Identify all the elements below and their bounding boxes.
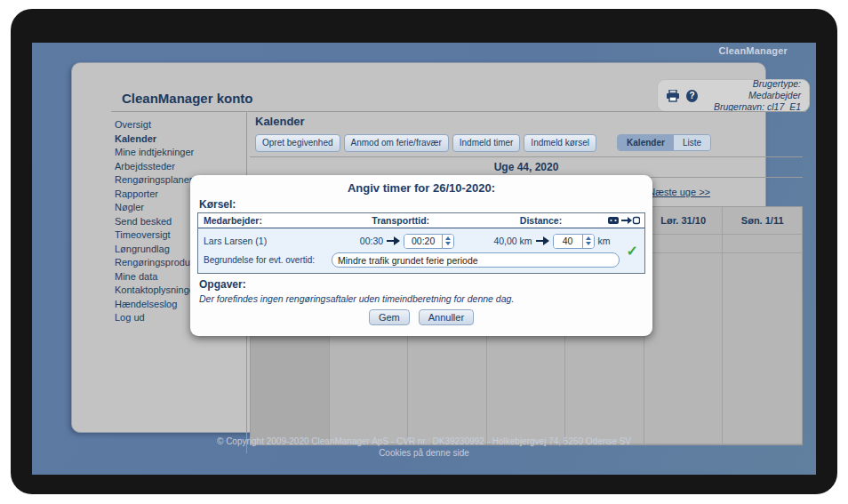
distance-actual-stepper[interactable] bbox=[553, 234, 595, 249]
driving-table-row: Lars Larsen (1) 00:30 bbox=[198, 228, 644, 273]
sidebar-item-mine-indtjekninger[interactable]: Mine indtjekninger bbox=[115, 146, 244, 160]
calendar-toolbar: Opret begivenhed Anmod om ferie/fravær I… bbox=[255, 134, 596, 152]
stepper-arrows-icon[interactable] bbox=[442, 235, 453, 248]
row-valid-check-icon: ✓ bbox=[627, 243, 638, 260]
transport-group: 00:30 bbox=[332, 234, 483, 249]
col-header-distance: Distance: bbox=[474, 215, 608, 226]
dialog-buttons: Gem Annuller bbox=[190, 309, 652, 325]
driving-table-header: Medarbejder: Transporttid: Distance: bbox=[198, 213, 644, 228]
sidebar-item-oversigt[interactable]: Oversigt bbox=[115, 118, 244, 132]
planned-to-actual-icon bbox=[608, 216, 644, 225]
dialog-title: Angiv timer for 26/10-2020: bbox=[190, 181, 652, 195]
header-divider bbox=[111, 111, 806, 112]
overtime-reason-line: Begrundelse for evt. overtid: bbox=[198, 251, 644, 269]
distance-actual-input[interactable] bbox=[554, 235, 582, 248]
no-tasks-note: Der forefindes ingen rengøringsaftaler u… bbox=[199, 293, 514, 304]
browser-viewport: CleanManager CleanManager konto ? Bruger… bbox=[32, 43, 816, 475]
opgaver-section-label: Opgaver: bbox=[199, 278, 246, 291]
user-info: Brugertype: Medarbejder Brugernavn: cl17… bbox=[704, 78, 801, 113]
driving-values-line: Lars Larsen (1) 00:30 bbox=[198, 231, 644, 251]
help-icon[interactable]: ? bbox=[686, 90, 698, 102]
calendar-day-header: Lør. 31/10 bbox=[644, 207, 724, 235]
screenshot-canvas: CleanManager CleanManager konto ? Bruger… bbox=[0, 0, 848, 504]
footer-copyright: © Copyright 2009-2020 CleanManager ApS -… bbox=[32, 436, 816, 446]
user-info-box: ? Brugertype: Medarbejder Brugernavn: cl… bbox=[657, 79, 810, 112]
transport-actual-input[interactable] bbox=[404, 235, 442, 248]
calendar-allday-cell bbox=[723, 235, 802, 253]
arrow-right-icon bbox=[387, 236, 400, 245]
transport-planned-value: 00:30 bbox=[360, 236, 383, 246]
col-header-medarbejder: Medarbejder: bbox=[198, 215, 327, 226]
stepper-arrows-icon[interactable] bbox=[582, 235, 594, 248]
view-toggle-liste[interactable]: Liste bbox=[674, 135, 710, 150]
transport-actual-stepper[interactable] bbox=[404, 234, 454, 249]
calendar-day-header: Søn. 1/11 bbox=[723, 207, 802, 235]
content-title: Kalender bbox=[255, 115, 305, 128]
view-toggle-kalender[interactable]: Kalender bbox=[618, 135, 674, 150]
print-icon[interactable] bbox=[666, 90, 680, 102]
cancel-button[interactable]: Annuller bbox=[419, 309, 474, 325]
cookies-link[interactable]: Cookies på denne side bbox=[32, 448, 816, 458]
view-toggle: Kalender Liste bbox=[617, 134, 711, 151]
user-type-label: Brugertype: Medarbejder bbox=[704, 78, 801, 101]
driving-table: Medarbejder: Transporttid: Distance: bbox=[197, 212, 645, 274]
report-hours-dialog: Angiv timer for 26/10-2020: Kørsel: Meda… bbox=[190, 175, 652, 336]
distance-planned-value: 40,00 km bbox=[493, 236, 532, 246]
create-event-button[interactable]: Opret begivenhed bbox=[255, 134, 340, 152]
request-leave-button[interactable]: Anmod om ferie/fravær bbox=[344, 134, 449, 152]
save-button[interactable]: Gem bbox=[369, 309, 410, 325]
calendar-allday-cell bbox=[644, 235, 724, 253]
col-header-transporttid: Transporttid: bbox=[327, 215, 474, 226]
sidebar-item-kalender[interactable]: Kalender bbox=[115, 132, 244, 147]
page-title: CleanManager konto bbox=[122, 91, 253, 106]
arrow-right-icon bbox=[536, 236, 549, 245]
calendar-day-cell bbox=[644, 253, 724, 444]
overtime-reason-label: Begrundelse for evt. overtid: bbox=[198, 255, 332, 265]
distance-unit-label: km bbox=[598, 236, 611, 246]
distance-group: 40,00 km km bbox=[483, 234, 621, 249]
report-hours-button[interactable]: Indmeld timer bbox=[452, 134, 521, 152]
overtime-reason-input[interactable] bbox=[332, 252, 620, 268]
device-frame: CleanManager CleanManager konto ? Bruger… bbox=[11, 9, 837, 494]
koersel-section-label: Kørsel: bbox=[199, 198, 236, 211]
calendar-day-cell bbox=[723, 253, 802, 444]
sidebar-item-arbejdssteder[interactable]: Arbejdssteder bbox=[115, 160, 244, 174]
employee-name: Lars Larsen (1) bbox=[198, 236, 332, 246]
next-week-link[interactable]: Næste uge >> bbox=[648, 187, 710, 197]
cleanmanager-logo: CleanManager bbox=[718, 45, 788, 56]
report-driving-button[interactable]: Indmeld kørsel bbox=[524, 134, 596, 152]
